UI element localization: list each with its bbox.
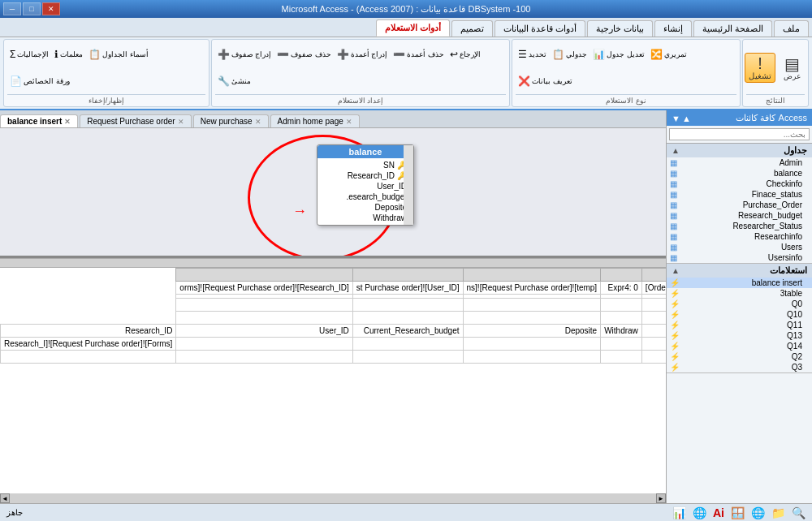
taskbar-icon-folder[interactable]: 📁: [771, 506, 785, 519]
grid-cell-or3[interactable]: [352, 351, 463, 364]
run-button[interactable]: ! تشغيل: [745, 53, 775, 83]
sidebar-collapse-icon[interactable]: ▼: [672, 114, 680, 123]
data-def-btn[interactable]: ❌ تعريف بيانات: [516, 75, 575, 88]
crosstab-query-btn[interactable]: 📋 جدولي: [550, 48, 590, 61]
grid-cell-field3[interactable]: ns]![Request Purchase order]![temp]: [463, 282, 601, 295]
query-tab-new-purchase[interactable]: New purchase ✕: [193, 114, 269, 127]
sidebar-query-3table[interactable]: ⚡ 3table: [667, 288, 812, 299]
sidebar-query-q3[interactable]: ⚡ Q3: [667, 362, 812, 372]
grid-cell-append4v[interactable]: [176, 299, 352, 312]
grid-cell-a4[interactable]: [176, 312, 352, 325]
sidebar-query-q14[interactable]: ⚡ Q14: [667, 341, 812, 351]
grid-cell-or2[interactable]: [463, 351, 601, 364]
sidebar-query-q13[interactable]: ⚡ Q13: [667, 330, 812, 341]
grid-cell-or5[interactable]: [1, 351, 176, 364]
query-tab-request-purchase[interactable]: Request Purchase order ✕: [80, 114, 191, 127]
sidebar-table-researchinfo[interactable]: ▦ Researchinfo: [667, 231, 812, 242]
queries-collapse-btn[interactable]: ▲: [672, 266, 680, 275]
select-query-btn[interactable]: ☰ تحديد: [516, 48, 549, 61]
sidebar-table-users[interactable]: ▦ Users: [667, 242, 812, 252]
taskbar-icon-ai[interactable]: Ai: [713, 506, 724, 519]
tab-external[interactable]: بيانات خارجية: [587, 20, 653, 37]
grid-cell-at5[interactable]: Research_ID: [1, 325, 176, 338]
balance-field-research-id[interactable]: Research_ID 🔑: [317, 170, 413, 181]
params-btn[interactable]: ℹ معلمات: [52, 48, 85, 61]
sidebar-table-usersinfo[interactable]: ▦ Usersinfo: [667, 252, 812, 263]
sidebar-table-research-budget[interactable]: ▦ Research_budget: [667, 210, 812, 221]
balance-field-sn[interactable]: SN 🔑: [317, 160, 413, 170]
insert-rows-btn[interactable]: ➕ إدراج صفوف: [215, 48, 274, 61]
grid-cell-c5[interactable]: [Forms]![Request Purchase order]![Resear…: [1, 338, 176, 351]
sidebar-table-admin[interactable]: ▦ Admin: [667, 157, 812, 168]
query-tab-balance-insert[interactable]: balance insert ✕: [0, 114, 78, 127]
insert-cols-btn[interactable]: ➕ إدراج أعمدة: [335, 48, 391, 61]
sidebar-table-checkinfo[interactable]: ▦ Checkinfo: [667, 179, 812, 189]
taskbar-icon-search[interactable]: 🔍: [792, 506, 806, 519]
grid-cell-c2[interactable]: [463, 338, 601, 351]
totals-btn[interactable]: Σ الإجماليات: [7, 48, 51, 61]
taskbar-icon-ie[interactable]: 🌐: [751, 506, 765, 519]
grid-cell-append3v[interactable]: [352, 299, 463, 312]
grid-cell-field1[interactable]: [Request Purchase order]![Order_cost]: [641, 282, 666, 295]
grid-cell-append2v[interactable]: [463, 299, 601, 312]
sidebar-query-q0[interactable]: ⚡ Q0: [667, 299, 812, 309]
balance-field-deposite[interactable]: Deposite: [317, 202, 413, 213]
grid-cell-or1[interactable]: [601, 351, 642, 364]
grid-cell-at3[interactable]: Current_Research_budget: [352, 325, 463, 338]
close-tab-balance-insert[interactable]: ✕: [64, 118, 71, 126]
sidebar-table-finace[interactable]: ▦ Finace_status: [667, 189, 812, 200]
tab-file[interactable]: ملف: [774, 20, 809, 37]
taskbar-icon-powerpoint[interactable]: 📊: [672, 506, 686, 519]
grid-hscrollbar[interactable]: ◄ ►: [0, 493, 666, 503]
tables-collapse-btn[interactable]: ▲: [672, 146, 680, 155]
close-tab-new-purchase[interactable]: ✕: [255, 118, 261, 126]
tab-design[interactable]: تصميم: [451, 20, 493, 37]
delete-rows-btn[interactable]: ➖ حذف صفوف: [274, 48, 334, 61]
scroll-right-btn[interactable]: ►: [656, 493, 666, 503]
grid-cell-field5[interactable]: orms]![Request Purchase order]![Research…: [176, 282, 352, 295]
tab-create[interactable]: إنشاء: [654, 20, 692, 37]
builder-btn[interactable]: 🔧 منشئ: [215, 75, 253, 88]
queries-section-header[interactable]: ▲ استعلامات: [667, 264, 812, 278]
balance-field-research-budget[interactable]: .esearch_budget: [317, 192, 413, 202]
close-button[interactable]: ✕: [42, 2, 60, 15]
grid-cell-a1[interactable]: [601, 312, 642, 325]
close-tab-request[interactable]: ✕: [178, 118, 184, 126]
properties-btn[interactable]: 📄 ورقة الخصائص: [7, 75, 72, 88]
tab-home[interactable]: الصفحة الرئيسية: [693, 20, 772, 37]
grid-cell-c3[interactable]: [352, 338, 463, 351]
table-names-btn[interactable]: 📋 أسماء الجداول: [86, 48, 151, 61]
sidebar-query-q11[interactable]: ⚡ Q11: [667, 320, 812, 330]
tab-db-tools[interactable]: أدوات قاعدة البيانات: [495, 20, 585, 37]
delete-cols-btn[interactable]: ➖ حذف أعمدة: [391, 48, 447, 61]
table-scroll[interactable]: [404, 145, 413, 225]
taskbar-icon-chrome[interactable]: 🌐: [693, 506, 706, 519]
tab-query-tools[interactable]: أدوات الاستعلام: [376, 19, 450, 37]
minimize-button[interactable]: ─: [3, 2, 21, 15]
balance-field-user-id[interactable]: User_ID: [317, 181, 413, 192]
tables-section-header[interactable]: ▲ جداول: [667, 144, 812, 157]
grid-cell-at1[interactable]: Withdraw: [601, 325, 642, 338]
sidebar-query-q10[interactable]: ⚡ Q10: [667, 309, 812, 320]
grid-cell-c1[interactable]: [601, 338, 642, 351]
sidebar-table-purchase-order[interactable]: ▦ Purchase_Order: [667, 200, 812, 210]
view-button[interactable]: ▤ عرض: [777, 54, 806, 82]
return-btn[interactable]: ↩ الإرجاع: [447, 48, 483, 61]
grid-cell-field2[interactable]: Expr4: 0: [601, 282, 642, 295]
query-tab-admin-home[interactable]: Admin home page ✕: [270, 114, 360, 127]
grid-cell-or4[interactable]: [176, 351, 352, 364]
sidebar-search-input[interactable]: [669, 128, 810, 140]
query-grid[interactable]: الحقل: [Request Purchase order]![Order_c…: [0, 268, 666, 493]
sidebar-query-balance-insert[interactable]: ⚡ balance insert: [667, 278, 812, 288]
grid-cell-a3[interactable]: [352, 312, 463, 325]
grid-cell-a2[interactable]: [463, 312, 601, 325]
balance-field-withdraw[interactable]: Withdraw: [317, 213, 413, 223]
grid-cell-at4[interactable]: User_ID: [176, 325, 352, 338]
diagram-hscrollbar[interactable]: [0, 258, 666, 268]
taskbar-icon-windows[interactable]: 🪟: [731, 506, 745, 519]
grid-cell-field4[interactable]: st Purchase order]![User_ID]: [352, 282, 463, 295]
scroll-left-btn[interactable]: ◄: [0, 493, 10, 503]
grid-cell-c4[interactable]: [176, 338, 352, 351]
passthrough-btn[interactable]: 🔀 تمريري: [648, 48, 689, 61]
maximize-button[interactable]: □: [23, 2, 41, 15]
